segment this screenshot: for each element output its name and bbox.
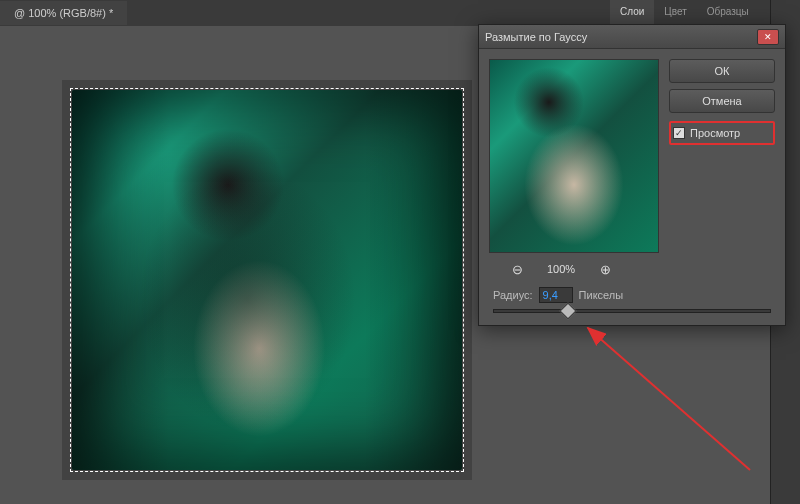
panel-tab-swatches[interactable]: Образцы — [697, 0, 759, 24]
panel-tab-strip: Слои Цвет Образцы — [610, 0, 770, 25]
svg-line-1 — [588, 328, 750, 470]
zoom-in-icon[interactable]: ⊕ — [597, 261, 613, 277]
zoom-controls: ⊖ 100% ⊕ — [509, 261, 613, 277]
zoom-out-icon[interactable]: ⊖ — [509, 261, 525, 277]
ok-button[interactable]: ОК — [669, 59, 775, 83]
zoom-level: 100% — [547, 263, 575, 275]
canvas[interactable] — [62, 80, 472, 480]
preview-checkbox-row[interactable]: ✓ Просмотр — [669, 121, 775, 145]
radius-row: Радиус: Пикселы — [493, 287, 623, 303]
slider-thumb[interactable] — [560, 303, 577, 320]
preview-checkbox-label: Просмотр — [690, 127, 740, 139]
document-tab[interactable]: @ 100% (RGB/8#) * — [0, 1, 127, 25]
radius-label: Радиус: — [493, 289, 533, 301]
dialog-title: Размытие по Гауссу — [485, 31, 757, 43]
radius-slider[interactable] — [493, 309, 771, 313]
cancel-button[interactable]: Отмена — [669, 89, 775, 113]
panel-tab-color[interactable]: Цвет — [654, 0, 696, 24]
dialog-titlebar[interactable]: Размытие по Гауссу ✕ — [479, 25, 785, 49]
filter-preview[interactable] — [489, 59, 659, 253]
radius-unit: Пикселы — [579, 289, 624, 301]
panel-tab-layers[interactable]: Слои — [610, 0, 654, 24]
preview-checkbox[interactable]: ✓ — [673, 127, 685, 139]
document-image — [72, 90, 462, 470]
close-icon[interactable]: ✕ — [757, 29, 779, 45]
radius-input[interactable] — [539, 287, 573, 303]
dialog-controls: ОК Отмена ✓ Просмотр — [669, 59, 775, 253]
annotation-arrow — [580, 320, 760, 480]
gaussian-blur-dialog: Размытие по Гауссу ✕ ОК Отмена ✓ Просмот… — [478, 24, 786, 326]
dialog-body: ОК Отмена ✓ Просмотр — [479, 49, 785, 263]
